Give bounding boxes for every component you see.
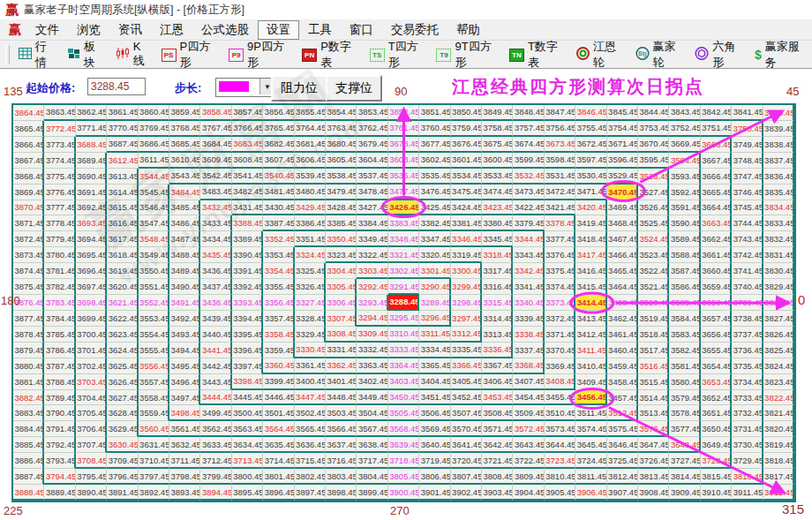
price-cell[interactable]: 3641.45 — [451, 437, 482, 453]
price-cell[interactable]: 3442.45 — [200, 358, 231, 374]
price-cell[interactable]: 3872.45 — [13, 231, 44, 247]
price-cell[interactable]: 3355.45 — [263, 279, 294, 295]
price-cell[interactable]: 3576.45 — [638, 421, 669, 437]
price-cell[interactable]: 3310.45 — [388, 327, 419, 343]
price-cell[interactable]: 3874.45 — [13, 263, 44, 279]
price-cell[interactable]: 3322.45 — [357, 247, 387, 263]
price-cell[interactable]: 3682.45 — [263, 137, 294, 153]
price-cell[interactable]: 3453.45 — [482, 390, 513, 406]
price-cell[interactable]: 3602.45 — [419, 153, 450, 169]
price-cell[interactable]: 3544.45 — [139, 169, 169, 185]
price-cell[interactable]: 3550.45 — [139, 263, 169, 279]
price-cell[interactable]: 3495.45 — [169, 358, 200, 374]
price-cell[interactable]: 3509.45 — [513, 405, 544, 421]
price-cell[interactable]: 3422.45 — [513, 200, 544, 216]
price-cell[interactable]: 3291.45 — [388, 279, 419, 295]
price-cell[interactable]: 3873.45 — [13, 247, 44, 263]
price-cell[interactable]: 3395.45 — [232, 327, 263, 343]
price-cell[interactable]: 3878.45 — [13, 327, 44, 343]
price-cell[interactable]: 3735.45 — [732, 358, 763, 374]
price-cell[interactable]: 3819.45 — [763, 437, 794, 453]
price-cell[interactable]: 3418.45 — [575, 231, 606, 247]
price-cell[interactable]: 3863.45 — [44, 105, 75, 121]
price-cell[interactable]: 3776.45 — [44, 185, 75, 200]
price-cell[interactable]: 3594.45 — [669, 153, 700, 169]
price-cell[interactable]: 3325.45 — [295, 263, 326, 279]
price-cell[interactable]: 3706.45 — [76, 421, 107, 437]
toolbar-item-9p-square[interactable]: P99P四方形 — [222, 43, 296, 66]
price-cell[interactable]: 3671.45 — [607, 137, 638, 153]
price-cell[interactable]: 3476.45 — [419, 185, 450, 200]
price-cell[interactable]: 3770.45 — [107, 121, 138, 137]
price-cell[interactable]: 3571.45 — [482, 421, 513, 437]
price-cell[interactable]: 3733.45 — [732, 390, 763, 406]
price-cell[interactable]: 3775.45 — [44, 169, 75, 185]
price-cell[interactable]: 3311.45 — [419, 327, 450, 343]
price-cell[interactable]: 3359.45 — [263, 343, 294, 358]
price-cell[interactable]: 3551.45 — [139, 279, 169, 295]
price-cell[interactable]: 3636.45 — [295, 437, 326, 453]
price-cell[interactable]: 3402.45 — [357, 374, 387, 390]
price-cell[interactable]: 3478.45 — [357, 185, 387, 200]
toolbar-item-p-number-table[interactable]: PNP数字表 — [296, 43, 364, 66]
price-cell[interactable]: 3841.45 — [732, 105, 763, 121]
price-cell[interactable]: 3640.45 — [419, 437, 450, 453]
price-cell[interactable]: 3690.45 — [76, 169, 107, 185]
price-cell[interactable]: 3672.45 — [575, 137, 606, 153]
price-cell[interactable]: 3790.45 — [44, 405, 75, 421]
price-cell[interactable]: 3515.45 — [638, 374, 669, 390]
price-cell[interactable]: 3877.45 — [13, 311, 44, 327]
price-cell[interactable]: 3302.45 — [388, 263, 419, 279]
price-cell[interactable]: 3601.45 — [451, 153, 482, 169]
price-cell[interactable]: 3696.45 — [76, 263, 107, 279]
price-cell[interactable]: 3309.45 — [357, 327, 387, 343]
price-cell[interactable]: 3658.45 — [701, 295, 732, 311]
price-cell[interactable]: 3786.45 — [44, 343, 75, 358]
price-cell[interactable]: 3481.45 — [263, 185, 294, 200]
price-cell[interactable]: 3315.45 — [482, 295, 513, 311]
price-cell[interactable]: 3908.45 — [638, 485, 669, 501]
price-cell[interactable]: 3535.45 — [419, 169, 450, 185]
price-cell[interactable]: 3638.45 — [357, 437, 387, 453]
price-cell[interactable]: 3472.45 — [545, 185, 575, 200]
price-cell[interactable]: 3757.45 — [513, 121, 544, 137]
price-cell[interactable]: 3419.45 — [575, 215, 606, 231]
price-cell[interactable]: 3528.45 — [638, 169, 669, 185]
price-cell[interactable]: 3792.45 — [44, 437, 75, 453]
price-cell[interactable]: 3579.45 — [669, 390, 700, 406]
price-cell[interactable]: 3646.45 — [607, 437, 638, 453]
price-cell[interactable]: 3471.45 — [575, 185, 606, 200]
price-cell[interactable]: 3869.45 — [13, 185, 44, 200]
price-cell[interactable]: 3567.45 — [357, 421, 387, 437]
price-cell[interactable]: 3906.45 — [575, 485, 606, 501]
price-cell[interactable]: 3744.45 — [732, 215, 763, 231]
price-cell[interactable]: 3368.45 — [513, 358, 544, 374]
price-cell[interactable]: 3443.45 — [200, 374, 231, 390]
price-cell[interactable]: 3784.45 — [44, 311, 75, 327]
price-cell[interactable]: 3912.45 — [763, 485, 794, 501]
price-cell[interactable]: 3806.45 — [419, 469, 450, 485]
price-cell[interactable]: 3823.45 — [763, 374, 794, 390]
menu-item-tools[interactable]: 工具 — [299, 20, 341, 40]
price-cell[interactable]: 3380.45 — [482, 215, 513, 231]
price-cell[interactable]: 3780.45 — [44, 247, 75, 263]
price-cell[interactable]: 3510.45 — [545, 405, 575, 421]
price-cell[interactable]: 3393.45 — [232, 295, 263, 311]
price-cell[interactable]: 3669.45 — [669, 137, 700, 153]
price-cell[interactable]: 3401.45 — [326, 374, 357, 390]
price-cell[interactable]: 3511.45 — [575, 405, 606, 421]
price-cell[interactable]: 3727.45 — [669, 453, 700, 469]
price-cell[interactable]: 3871.45 — [13, 215, 44, 231]
price-cell[interactable]: 3440.45 — [200, 327, 231, 343]
price-cell[interactable]: 3778.45 — [44, 215, 75, 231]
price-cell[interactable]: 3426.45 — [388, 200, 419, 216]
price-cell[interactable]: 3609.45 — [200, 153, 231, 169]
price-cell[interactable]: 3456.45 — [575, 390, 606, 406]
price-cell[interactable]: 3356.45 — [263, 295, 294, 311]
price-cell[interactable]: 3340.45 — [513, 295, 544, 311]
price-cell[interactable]: 3608.45 — [232, 153, 263, 169]
price-cell[interactable]: 3587.45 — [669, 263, 700, 279]
price-cell[interactable]: 3829.45 — [763, 279, 794, 295]
price-cell[interactable]: 3555.45 — [139, 343, 169, 358]
price-cell[interactable]: 3563.45 — [232, 421, 263, 437]
